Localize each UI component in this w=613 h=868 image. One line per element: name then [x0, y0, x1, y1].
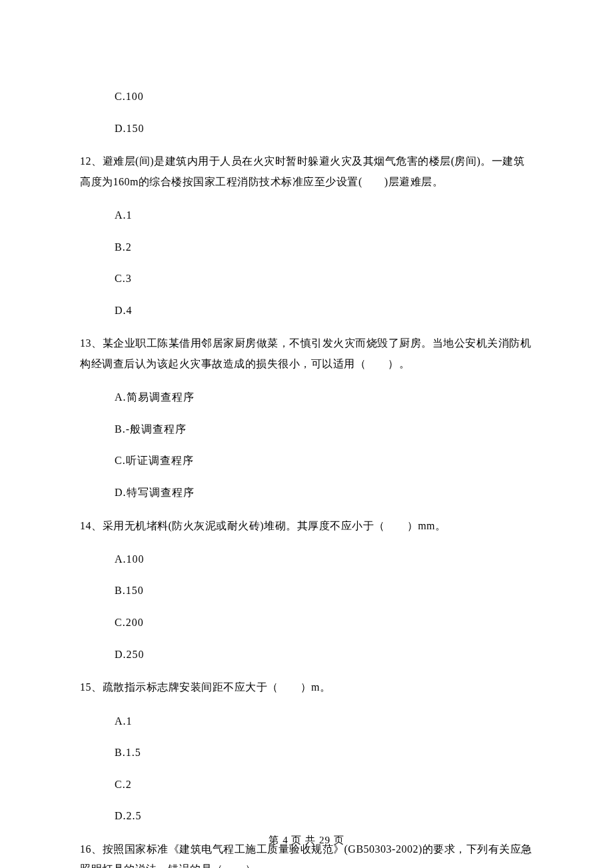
- option-item: B.150: [115, 582, 533, 599]
- option-item: D.250: [115, 646, 533, 663]
- option-item: B.-般调查程序: [115, 421, 533, 438]
- question-text: 12、避难层(间)是建筑内用于人员在火灾时暂时躲避火灾及其烟气危害的楼层(房间)…: [80, 151, 533, 192]
- option-item: D.4: [115, 302, 533, 319]
- option-item: A.100: [115, 551, 533, 568]
- option-item: D.特写调查程序: [115, 484, 533, 501]
- option-item: B.2: [115, 239, 533, 256]
- option-item: D.150: [115, 120, 533, 137]
- option-item: B.1.5: [115, 744, 533, 761]
- page-footer: 第 4 页 共 29 页: [0, 832, 613, 848]
- question-text: 13、某企业职工陈某借用邻居家厨房做菜，不慎引发火灾而烧毁了厨房。当地公安机关消…: [80, 333, 533, 374]
- option-item: A.1: [115, 207, 533, 224]
- option-item: C.200: [115, 614, 533, 631]
- option-item: D.2.5: [115, 807, 533, 825]
- option-item: A.简易调查程序: [115, 389, 533, 406]
- question-text: 15、疏散指示标志牌安装间距不应大于（ ）m。: [80, 677, 533, 697]
- option-item: C.3: [115, 270, 533, 287]
- question-text: 14、采用无机堵料(防火灰泥或耐火砖)堆砌。其厚度不应小于（ ）mm。: [80, 516, 533, 536]
- option-item: C.听证调查程序: [115, 452, 533, 469]
- option-item: A.1: [115, 713, 533, 730]
- option-item: C.2: [115, 776, 533, 793]
- option-item: C.100: [115, 88, 533, 105]
